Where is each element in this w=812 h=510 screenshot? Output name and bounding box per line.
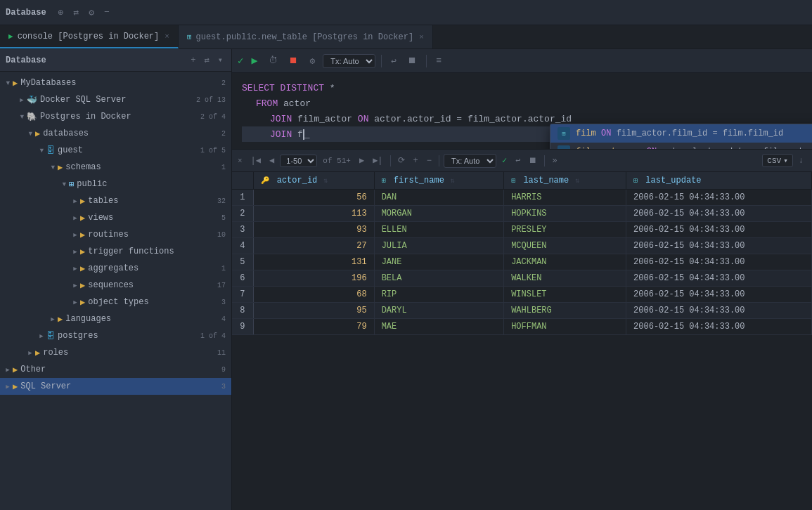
sidebar-item-tables[interactable]: ▶ ▶ tables 32 (0, 192, 231, 209)
results-next-btn[interactable]: ▶ (356, 154, 367, 167)
undo-button[interactable]: ↩ (387, 54, 400, 68)
refresh-icon[interactable]: ⇄ (70, 5, 82, 20)
sidebar-item-mydatabases[interactable]: ▶ ▶ MyDatabases 2 (0, 74, 231, 91)
results-prev-btn[interactable]: ◀ (266, 154, 277, 167)
sidebar-item-object-types[interactable]: ▶ ▶ object types 3 (0, 294, 231, 310)
tab-console[interactable]: ▶ console [Postgres in Docker] × (0, 25, 179, 48)
sidebar-item-label: Docker SQL Server (40, 95, 193, 105)
stop-button[interactable]: ⏹ (285, 54, 302, 67)
autocomplete-item-text: film ON film_actor.film_id = film.film_i… (576, 129, 812, 138)
table-row[interactable]: 9 79 MAE HOFFMAN 2006-02-15 04:34:33.00 (232, 319, 812, 335)
settings-icon[interactable]: ⚙ (85, 5, 98, 20)
results-undo-btn[interactable]: ↩ (513, 154, 523, 167)
table-row[interactable]: 2 113 MORGAN HOPKINS 2006-02-15 04:34:33… (232, 206, 812, 222)
sidebar-item-sql-server[interactable]: ▶ ▶ SQL Server 3 (0, 378, 231, 395)
cell-last-update: 2006-02-15 04:34:33.00 (626, 319, 812, 335)
minimize-icon[interactable]: − (101, 5, 113, 20)
sidebar-item-roles[interactable]: ▶ ▶ roles 11 (0, 344, 231, 361)
table-row[interactable]: 7 68 RIP WINSLET 2006-02-15 04:34:33.00 (232, 287, 812, 303)
table-tab-icon: ⊞ (187, 32, 192, 41)
results-first-btn[interactable]: |◀ (248, 154, 264, 167)
sidebar-item-public[interactable]: ▶ ⊞ public (0, 176, 231, 192)
sidebar-filter-btn[interactable]: ▾ (215, 53, 226, 67)
sidebar-item-views[interactable]: ▶ ▶ views 5 (0, 209, 231, 226)
results-more-btn[interactable]: » (549, 155, 560, 167)
results-close-btn[interactable]: × (238, 157, 243, 165)
results-add-btn[interactable]: + (411, 155, 421, 167)
results-stop-btn[interactable]: ⏹ (526, 154, 540, 167)
sidebar-item-aggregates[interactable]: ▶ ▶ aggregates 1 (0, 260, 231, 277)
sidebar-item-badge: 17 (217, 282, 226, 289)
toolbar-separator (381, 55, 382, 67)
sidebar-item-trigger-functions[interactable]: ▶ ▶ trigger functions (0, 243, 231, 260)
sidebar-item-label: roles (43, 348, 214, 358)
table-row[interactable]: 4 27 JULIA MCQUEEN 2006-02-15 04:34:33.0… (232, 238, 812, 254)
tab-console-close[interactable]: × (165, 32, 169, 41)
col-icon: ⊞ (382, 177, 386, 185)
results-page-select[interactable]: 1-50 (280, 155, 317, 167)
sidebar-item-routines[interactable]: ▶ ▶ routines 10 (0, 226, 231, 243)
col-header-first-name[interactable]: ⊞ first_name ⇅ (374, 172, 504, 190)
cell-last-update: 2006-02-15 04:34:33.00 (626, 190, 812, 206)
results-remove-btn[interactable]: − (424, 155, 434, 167)
sidebar-item-docker-sql[interactable]: ▶ 🐳 Docker SQL Server 2 of 13 (0, 91, 231, 108)
tab-table[interactable]: ⊞ guest.public.new_table [Postgres in Do… (179, 25, 433, 48)
tab-table-close[interactable]: × (419, 33, 424, 41)
sidebar-item-postgres[interactable]: ▶ 🐘 Postgres in Docker 2 of 4 (0, 108, 231, 125)
cell-last-name: HOPKINS (504, 206, 626, 222)
row-number: 6 (232, 270, 253, 287)
sidebar-item-postgres-db[interactable]: ▶ 🗄 postgres 1 of 4 (0, 327, 231, 344)
col-header-actor-id[interactable]: 🔑 actor_id ⇅ (253, 172, 374, 190)
table-row[interactable]: 8 95 DARYL WAHLBERG 2006-02-15 04:34:33.… (232, 303, 812, 319)
run-button[interactable]: ▶ (247, 53, 261, 69)
sort-icon: ⇅ (451, 177, 455, 185)
table-row[interactable]: 1 56 DAN HARRIS 2006-02-15 04:34:33.00 (232, 190, 812, 206)
sidebar-item-languages[interactable]: ▶ ▶ languages 4 (0, 310, 231, 327)
tab-table-label: guest.public.new_table [Postgres in Dock… (196, 32, 414, 42)
folder-icon: ▶ (80, 213, 85, 223)
sidebar-item-badge: 2 (221, 79, 226, 87)
sidebar-item-label: sequences (88, 280, 214, 290)
arrow-icon: ▶ (49, 162, 57, 172)
tx-select[interactable]: Tx: Auto (323, 54, 375, 68)
results-download-btn[interactable]: ↓ (796, 155, 806, 167)
col-header-last-update[interactable]: ⊞ last_update (626, 172, 812, 190)
stop2-button[interactable]: ⏹ (404, 54, 420, 67)
sidebar-item-badge: 1 of 5 (200, 147, 226, 155)
sidebar-item-other[interactable]: ▶ ▶ Other 9 (0, 361, 231, 378)
autocomplete-item-1[interactable]: ⊞ film ON film_actor.film_id = film.film… (550, 124, 812, 143)
sidebar-item-sequences[interactable]: ▶ ▶ sequences 17 (0, 277, 231, 294)
sql-editor[interactable]: SELECT DISTINCT * FROM actor JOIN film_a… (232, 73, 812, 149)
table-row[interactable]: 6 196 BELA WALKEN 2006-02-15 04:34:33.00 (232, 270, 812, 287)
sidebar-item-badge: 1 (221, 164, 226, 171)
results-panel: × |◀ ◀ 1-50 of 51+ ▶ ▶| ⟳ + − Tx: Auto ✓… (232, 149, 812, 510)
sidebar-add-btn[interactable]: + (188, 54, 198, 67)
sidebar-item-badge: 11 (217, 349, 226, 357)
menu-button[interactable]: ≡ (432, 54, 445, 67)
add-connection-icon[interactable]: ⊕ (55, 5, 67, 20)
sidebar-header: Database + ⇄ ▾ (0, 49, 231, 72)
results-refresh-btn[interactable]: ⟳ (395, 154, 408, 167)
sidebar-item-schemas[interactable]: ▶ ▶ schemas 1 (0, 159, 231, 176)
col-label-first-name: first_name (394, 176, 444, 185)
results-last-btn[interactable]: ▶| (370, 154, 385, 167)
sidebar-item-guest[interactable]: ▶ 🗄 guest 1 of 5 (0, 142, 231, 159)
sidebar-item-label: languages (65, 314, 219, 324)
cell-actor-id: 79 (253, 319, 374, 335)
settings-button[interactable]: ⚙ (306, 54, 318, 68)
sidebar-refresh-btn[interactable]: ⇄ (202, 53, 212, 67)
col-header-last-name[interactable]: ⊞ last_name ⇅ (504, 172, 626, 190)
row-number: 1 (232, 190, 253, 206)
sidebar-item-badge: 9 (221, 366, 226, 374)
sidebar-item-label: postgres (58, 331, 198, 341)
history-button[interactable]: ⏱ (265, 54, 281, 67)
autocomplete-item-2[interactable]: ⊞ film_category ON actor.last_update = f… (550, 143, 812, 149)
csv-export-btn[interactable]: CSV ▾ (762, 154, 792, 167)
table-row[interactable]: 3 93 ELLEN PRESLEY 2006-02-15 04:34:33.0… (232, 222, 812, 238)
results-tx-select[interactable]: Tx: Auto (444, 154, 496, 168)
data-table-wrapper[interactable]: 🔑 actor_id ⇅ ⊞ first_name ⇅ ⊞ (232, 172, 812, 510)
results-approve-btn[interactable]: ✓ (499, 154, 510, 167)
table-row[interactable]: 5 131 JANE JACKMAN 2006-02-15 04:34:33.0… (232, 254, 812, 270)
sidebar-item-label: aggregates (88, 263, 219, 273)
sidebar-item-databases[interactable]: ▶ ▶ databases 2 (0, 125, 231, 142)
